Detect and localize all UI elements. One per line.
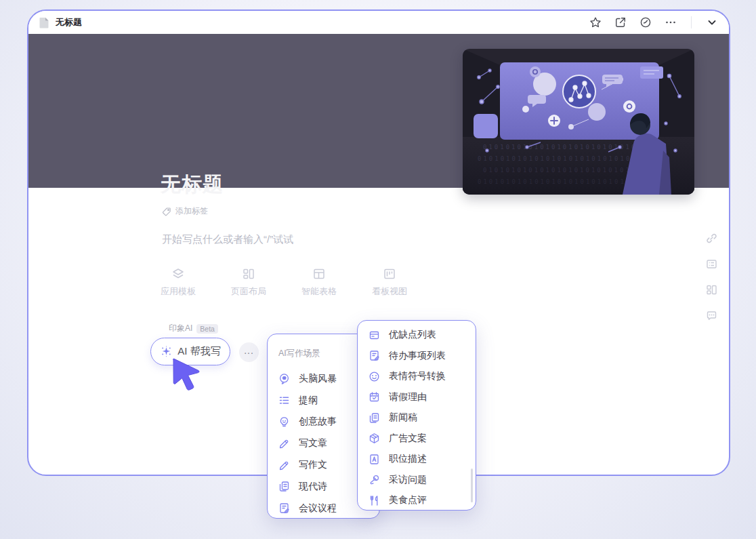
document-icon (39, 17, 49, 28)
star-icon[interactable] (589, 16, 602, 28)
outline-icon (278, 395, 290, 406)
editor-placeholder[interactable]: 开始写点什么或者输入“/”试试 (162, 233, 293, 246)
ai-more-button[interactable]: ... (239, 342, 259, 362)
table-list-icon (369, 330, 380, 341)
menu-item-pros-cons[interactable]: 优缺点列表 (358, 325, 476, 346)
menu-item-todo-list[interactable]: 待办事项列表 (358, 346, 476, 367)
copy-doc-icon (369, 412, 380, 424)
menu-item-label: 现代诗 (299, 481, 327, 493)
template-label: 应用模板 (161, 285, 196, 298)
ellipsis-label: ... (244, 345, 254, 356)
template-page-layout[interactable]: 页面布局 (220, 267, 277, 298)
pen-icon (278, 460, 290, 471)
menu-item-label: 写作文 (299, 459, 327, 471)
add-tag-label: 添加标签 (175, 205, 208, 217)
menu-item-food-review[interactable]: 美食点评 (358, 490, 476, 511)
ai-brand-label: 印象AI (169, 323, 192, 334)
more-icon[interactable] (665, 16, 677, 28)
table-icon (312, 267, 326, 281)
template-smart-table[interactable]: 智能表格 (291, 267, 348, 298)
chevron-down-icon[interactable] (706, 16, 718, 28)
comment-icon[interactable] (706, 310, 717, 321)
menu-item-emoji-convert[interactable]: 表情符号转换 (358, 366, 476, 387)
card-list-icon[interactable] (706, 258, 717, 270)
menu-item-label: 表情符号转换 (389, 370, 446, 382)
sparkles-icon (160, 345, 173, 358)
package-icon (369, 433, 380, 444)
add-tag-button[interactable]: 添加标签 (162, 205, 208, 217)
brainstorm-icon (278, 373, 290, 384)
ai-write-label: AI 帮我写 (177, 345, 220, 358)
menu-item-label: 请假理由 (389, 391, 427, 403)
template-kanban-view[interactable]: 看板视图 (361, 267, 418, 298)
ai-write-button[interactable]: AI 帮我写 (150, 338, 230, 365)
calendar-icon (369, 391, 380, 403)
layers-icon (171, 267, 185, 281)
menu-item-label: 广告文案 (389, 433, 427, 445)
doc-edit-icon (369, 350, 380, 361)
binary-text: 0101010101010101010101010101010 (478, 155, 654, 162)
doc-a-icon (369, 454, 380, 465)
hero-illustration: 0101010101010101010101010101010 01010101… (463, 49, 694, 195)
menu-item-label: 写文章 (299, 437, 327, 450)
ai-scenario-menu: 优缺点列表 待办事项列表 表情符号转换 请假理由 新闻稿 广告文案 职位描述 (357, 320, 476, 511)
menu-item-label: 采访问题 (389, 474, 427, 486)
layout-blocks-icon[interactable] (706, 284, 717, 296)
template-label: 智能表格 (301, 285, 337, 298)
menu-item-label: 会议议程 (299, 502, 337, 515)
menu-item-label: 提纲 (299, 395, 318, 407)
menu-item-press-release[interactable]: 新闻稿 (358, 407, 476, 428)
microphone-icon (369, 474, 380, 485)
link-icon[interactable] (706, 233, 717, 244)
tag-icon (162, 207, 171, 216)
right-rail (706, 233, 717, 321)
template-label: 页面布局 (231, 285, 266, 298)
template-label: 看板视图 (372, 285, 407, 298)
kanban-icon (383, 267, 396, 281)
smiley-icon (369, 371, 380, 382)
menu-item-ad-copy[interactable]: 广告文案 (358, 428, 476, 450)
menu-item-label: 新闻稿 (389, 412, 417, 424)
doc-edit-icon (278, 502, 290, 514)
pen-icon (278, 438, 290, 450)
ai-brand-row: 印象AI Beta (169, 323, 218, 334)
menu-item-label: 头脑风暴 (299, 373, 337, 385)
template-row: 应用模板 页面布局 智能表格 看板视图 (150, 267, 418, 298)
copy-doc-icon (278, 481, 290, 492)
beta-badge: Beta (196, 324, 218, 334)
page-title: 无标题 (161, 171, 224, 199)
menu-item-label: 美食点评 (389, 494, 427, 506)
menu-item-label: 优缺点列表 (389, 329, 436, 341)
menu-scrollbar[interactable] (471, 468, 473, 502)
window-title: 无标题 (56, 16, 82, 28)
menu-item-job-description[interactable]: 职位描述 (358, 449, 476, 470)
layout-icon (242, 267, 255, 281)
template-apply[interactable]: 应用模板 (150, 267, 207, 298)
menu-item-label: 待办事项列表 (389, 350, 446, 362)
history-icon[interactable] (639, 16, 652, 28)
window-topbar: 无标题 (28, 11, 729, 34)
menu-item-label: 创意故事 (299, 416, 337, 428)
menu-item-label: 职位描述 (389, 453, 427, 465)
idea-bulb-icon (278, 416, 290, 428)
cutlery-icon (369, 495, 380, 506)
share-icon[interactable] (614, 16, 627, 28)
topbar-divider (691, 16, 692, 28)
menu-item-leave-excuse[interactable]: 请假理由 (358, 387, 476, 408)
menu-item-interview-questions[interactable]: 采访问题 (358, 470, 476, 491)
